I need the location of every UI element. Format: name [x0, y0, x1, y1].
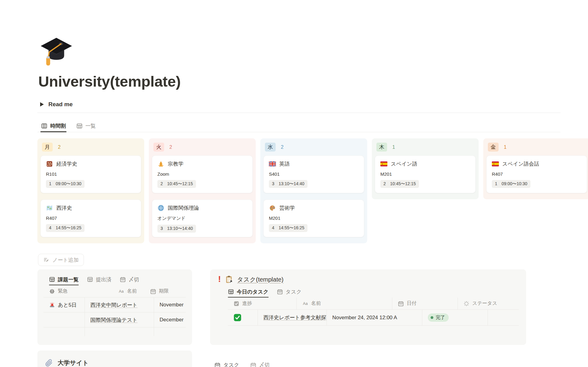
bottom-tab[interactable]: タスク	[214, 361, 239, 367]
name-cell: 西洋史中間レポート	[85, 298, 154, 312]
board-column-header[interactable]: 月 2	[42, 143, 140, 152]
bottom-tab-label: タスク	[223, 361, 239, 367]
class-period: 1	[495, 181, 497, 187]
assignment-link[interactable]: 国際関係理論テスト	[90, 316, 138, 324]
class-period: 2	[160, 181, 163, 187]
column-header-label: 期限	[159, 288, 169, 294]
calendar-icon	[120, 276, 126, 283]
progress-cell	[228, 310, 258, 325]
column-header[interactable]: 日付	[392, 298, 458, 309]
class-time-pill: 1 09:00〜10:30	[492, 180, 530, 188]
add-note-button[interactable]: ノート追加	[38, 254, 84, 266]
readme-toggle[interactable]: Read me	[40, 101, 73, 108]
notion-page: University(template) Read me 時間割 一覧 月 2	[0, 0, 588, 367]
board-column-header[interactable]: 金 1	[488, 143, 586, 152]
card-count: 2	[169, 144, 172, 150]
class-room: R101	[46, 171, 136, 177]
view-tab[interactable]: 一覧	[76, 120, 96, 132]
class-time-pill: 4 14:55〜16:25	[46, 224, 85, 232]
tasks-panel-header: ! タスク(template)	[217, 273, 519, 286]
palette-icon	[269, 204, 276, 212]
assignments-tab[interactable]: 課題一覧	[49, 274, 79, 285]
column-header[interactable]: Aa 名前	[113, 285, 145, 297]
class-time: 14:55〜16:25	[279, 225, 304, 231]
board-icon	[41, 123, 47, 129]
card-count: 2	[281, 144, 284, 150]
assignments-rows: あと5日 西洋史中間レポート November 国際関係理論テスト	[43, 298, 186, 328]
view-tab-label: 時間割	[50, 122, 66, 129]
column-header-label: 進捗	[242, 300, 252, 307]
table-row: あと5日 西洋史中間レポート November	[43, 298, 186, 313]
status-cell: 完了	[422, 310, 488, 325]
assignments-tab[interactable]: 提出済	[87, 274, 111, 285]
clipboard-link-icon	[225, 275, 233, 284]
class-time: 09:00〜10:30	[502, 181, 527, 187]
status-badge: 完了	[428, 313, 449, 322]
column-header-label: 名前	[311, 300, 321, 307]
day-badge: 木	[376, 143, 387, 152]
calendar-icon	[277, 289, 283, 295]
board-column-header[interactable]: 水 2	[265, 143, 363, 152]
task-link[interactable]: 西洋史レポート参考文献探し	[263, 314, 327, 321]
day-badge: 水	[265, 143, 276, 152]
bottom-tab-label: 〆切	[259, 361, 270, 367]
view-tabs: 時間割 一覧	[37, 120, 560, 132]
board-column-header[interactable]: 木 1	[376, 143, 474, 152]
class-card[interactable]: 西洋史 R407 4 14:55〜16:25	[40, 200, 141, 237]
tasks-tab[interactable]: 今日のタスク	[228, 286, 269, 298]
class-card[interactable]: 宗教学 Zoom 2 10:45〜12:15	[152, 155, 253, 193]
class-time: 10:45〜12:15	[390, 181, 416, 187]
column-header[interactable]: 期限	[145, 285, 172, 297]
exclamation-icon: !	[218, 275, 221, 283]
tasks-tabs: 今日のタスク タスク	[228, 286, 519, 298]
assignments-tab-label: 課題一覧	[58, 276, 79, 283]
column-header[interactable]: 緊急	[43, 285, 113, 297]
readme-label: Read me	[48, 101, 73, 108]
urgent-cell: あと5日	[43, 298, 85, 312]
graduation-cap-icon[interactable]	[39, 34, 74, 70]
table-row: 国際関係理論テスト December	[43, 313, 186, 328]
column-header[interactable]: ステータス	[458, 298, 500, 309]
board-column: 金 1 スペイン語会話 R407 1 09:00〜10:	[483, 138, 588, 199]
class-card[interactable]: 芸術学 M201 4 14:55〜16:25	[263, 200, 364, 237]
class-room: M201	[380, 171, 470, 177]
column-header[interactable]: Aa 名前	[297, 298, 392, 309]
assignments-tab[interactable]: 〆切	[120, 274, 139, 285]
class-card[interactable]: スペイン語 M201 2 10:45〜12:15	[375, 155, 476, 193]
board-column-header[interactable]: 火 2	[153, 143, 251, 152]
tasks-page-link[interactable]: タスク(template)	[237, 275, 283, 284]
bottom-tab[interactable]: 〆切	[250, 361, 270, 367]
class-card[interactable]: 国際関係理論 オンデマンド 3 13:10〜14:40	[152, 200, 253, 237]
card-count: 1	[392, 144, 395, 150]
toggle-triangle-icon	[40, 102, 44, 107]
class-time: 13:10〜14:40	[167, 226, 193, 231]
class-name: 宗教学	[168, 160, 183, 167]
assignments-tab-label: 〆切	[129, 276, 139, 283]
board-column: 水 2 英語 S401 3 13:10〜14:40	[260, 138, 367, 243]
date-cell: November 24, 2024 12:00 A	[327, 310, 422, 325]
class-name: 経済学史	[56, 160, 77, 167]
due-label: December	[160, 317, 183, 323]
assignment-link[interactable]: 西洋史中間レポート	[90, 301, 138, 309]
column-header-label: 緊急	[58, 288, 68, 294]
column-header[interactable]: 進捗	[228, 298, 297, 309]
due-label: November	[160, 302, 183, 308]
class-card[interactable]: 経済学史 R101 1 09:00〜10:30	[40, 155, 141, 193]
class-card[interactable]: 英語 S401 3 13:10〜14:40	[263, 155, 364, 193]
view-tab[interactable]: 時間割	[40, 120, 66, 132]
view-tab-label: 一覧	[85, 122, 96, 129]
assignments-tab-label: 提出済	[96, 276, 111, 283]
due-cell: December	[154, 313, 186, 327]
class-room: オンデマンド	[157, 215, 247, 221]
calendar-icon	[214, 362, 221, 367]
name-cell: 国際関係理論テスト	[85, 313, 154, 327]
tasks-tab[interactable]: タスク	[277, 286, 302, 298]
date-label: November 24, 2024 12:00 A	[332, 315, 397, 321]
class-card[interactable]: スペイン語会話 R407 1 09:00〜10:30	[486, 155, 587, 193]
green-check-icon[interactable]	[233, 313, 242, 322]
class-name: 芸術学	[279, 204, 295, 212]
checkbox-icon	[233, 301, 239, 307]
links-panel: 大学サイト	[37, 350, 192, 367]
class-name: 英語	[279, 160, 290, 167]
aa-icon: Aa	[118, 288, 124, 294]
